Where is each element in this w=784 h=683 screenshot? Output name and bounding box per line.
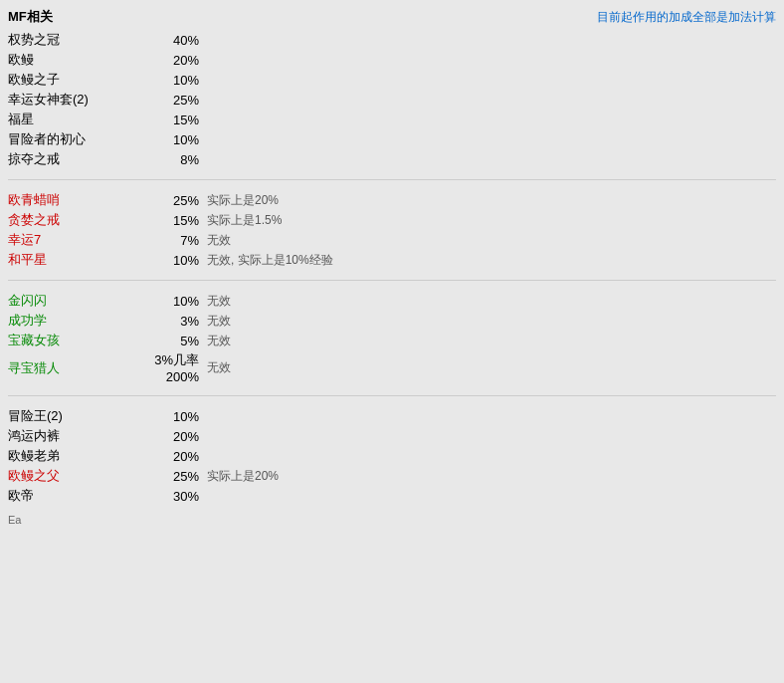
row-name: 成功学 [8, 312, 127, 330]
row-name: 欧鳗老弟 [8, 447, 127, 465]
row-name: 欧帝 [8, 487, 127, 505]
table-row: 欧鳗之子10% [8, 70, 776, 90]
row-value: 10% [127, 73, 207, 88]
row-name: 欧鳗之子 [8, 71, 127, 89]
main-container: MF相关 目前起作用的加成全部是加法计算 权势之冠40%欧鳗20%欧鳗之子10%… [8, 8, 776, 526]
row-value: 20% [127, 53, 207, 68]
table-row: 欧鳗老弟20% [8, 446, 776, 466]
row-value: 25% [127, 93, 207, 108]
header-row: MF相关 目前起作用的加成全部是加法计算 [8, 8, 776, 26]
row-name: 掠夺之戒 [8, 150, 127, 168]
row-note: 实际上是20% [207, 468, 279, 485]
table-row: 幸运77%无效 [8, 230, 776, 250]
row-note: 无效, 实际上是10%经验 [207, 252, 333, 269]
row-value: 15% [127, 213, 207, 228]
row-name: 幸运女神套(2) [8, 91, 127, 109]
header-note: 目前起作用的加成全部是加法计算 [597, 9, 776, 26]
row-value: 10% [127, 294, 207, 309]
table-row: 福星15% [8, 110, 776, 129]
row-value: 20% [127, 429, 207, 444]
table-row: 冒险王(2)10% [8, 406, 776, 426]
row-value: 40% [127, 33, 207, 48]
row-value: 10% [127, 409, 207, 424]
row-name: 鸿运内裤 [8, 427, 127, 445]
row-value: 30% [127, 489, 207, 504]
table-row: 权势之冠40% [8, 30, 776, 50]
table-row: 成功学3%无效 [8, 311, 776, 331]
footer-note: Ea [8, 514, 776, 526]
row-value: 25% [127, 469, 207, 484]
row-value: 5% [127, 334, 207, 348]
row-name: 冒险者的初心 [8, 130, 127, 148]
table-row: 金闪闪10%无效 [8, 291, 776, 311]
row-note: 无效 [207, 232, 231, 249]
row-name: 幸运7 [8, 231, 127, 249]
row-name: 金闪闪 [8, 292, 127, 310]
table-row: 和平星10%无效, 实际上是10%经验 [8, 250, 776, 270]
row-name: 权势之冠 [8, 31, 127, 49]
row-name: 宝藏女孩 [8, 332, 127, 349]
table-row: 寻宝猎人3%几率200%无效 [8, 350, 776, 385]
table-row: 掠夺之戒8% [8, 149, 776, 169]
row-value: 3% [127, 314, 207, 329]
table-row: 欧鳗20% [8, 50, 776, 70]
row-note: 实际上是20% [207, 192, 279, 209]
table-row: 鸿运内裤20% [8, 426, 776, 446]
row-value: 20% [127, 449, 207, 464]
row-name: 和平星 [8, 251, 127, 269]
row-value: 15% [127, 113, 207, 127]
row-value: 3%几率200% [127, 351, 207, 384]
table-row: 欧青蜡哨25%实际上是20% [8, 190, 776, 210]
row-note: 无效 [207, 313, 231, 330]
row-value: 7% [127, 233, 207, 248]
row-value: 10% [127, 253, 207, 268]
row-name: 欧鳗 [8, 51, 127, 69]
row-name: 欧青蜡哨 [8, 191, 127, 209]
table-row: 宝藏女孩5%无效 [8, 331, 776, 350]
row-note: 实际上是1.5% [207, 212, 282, 229]
row-note: 无效 [207, 293, 231, 310]
table-row: 欧鳗之父25%实际上是20% [8, 466, 776, 486]
section-title: MF相关 [8, 8, 53, 26]
row-name: 寻宝猎人 [8, 359, 127, 377]
table-row: 贪婪之戒15%实际上是1.5% [8, 210, 776, 230]
table-row: 冒险者的初心10% [8, 129, 776, 149]
row-value: 8% [127, 152, 207, 167]
row-value: 25% [127, 193, 207, 208]
row-note: 无效 [207, 359, 231, 376]
row-name: 福星 [8, 111, 127, 128]
row-name: 欧鳗之父 [8, 467, 127, 485]
table-row: 欧帝30% [8, 486, 776, 506]
row-note: 无效 [207, 333, 231, 349]
row-name: 冒险王(2) [8, 407, 127, 425]
row-name: 贪婪之戒 [8, 211, 127, 229]
row-value: 10% [127, 132, 207, 147]
table-row: 幸运女神套(2)25% [8, 90, 776, 110]
